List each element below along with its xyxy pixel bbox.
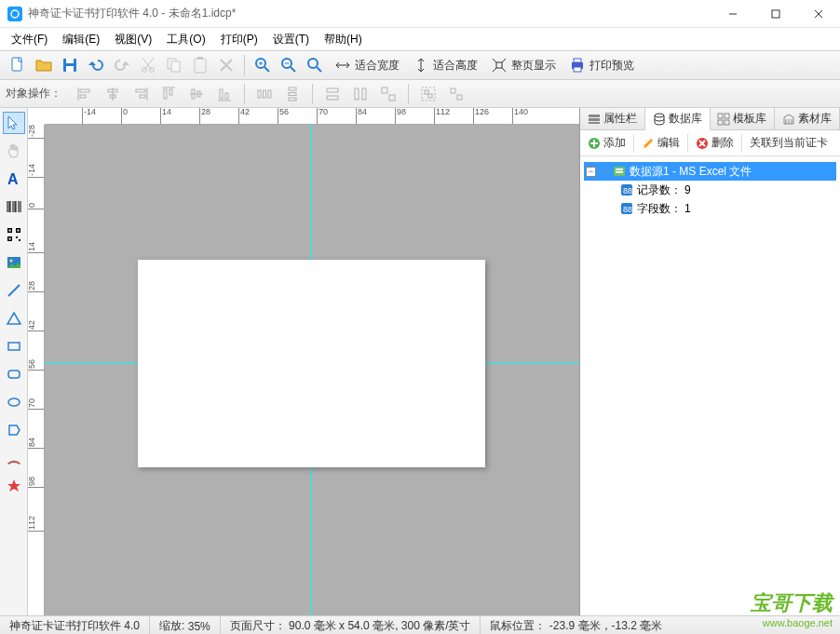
svg-rect-95 [718, 114, 723, 118]
svg-rect-5 [12, 58, 21, 71]
select-tool[interactable] [3, 112, 25, 134]
status-mouse: 鼠标位置： -23.9 毫米，-13.2 毫米 [481, 616, 671, 634]
menu-settings[interactable]: 设置(T) [265, 29, 317, 50]
svg-rect-49 [289, 88, 296, 90]
close-button[interactable] [797, 0, 840, 28]
svg-rect-13 [195, 59, 206, 73]
zoom-out-button[interactable] [277, 53, 301, 77]
ungroup-button[interactable] [444, 83, 468, 105]
svg-rect-14 [197, 57, 203, 60]
full-page-button[interactable]: 整页显示 [485, 53, 562, 77]
align-top-button[interactable] [156, 83, 181, 105]
svg-rect-92 [589, 118, 600, 121]
fields-label: 字段数： [637, 201, 682, 217]
svg-point-22 [308, 59, 318, 68]
rounded-rect-tool[interactable] [3, 363, 25, 385]
tree-fields-node[interactable]: 88 字段数：1 [584, 199, 836, 218]
print-preview-button[interactable]: 打印预览 [563, 53, 640, 77]
menu-print[interactable]: 打印(P) [213, 29, 265, 50]
svg-rect-39 [169, 89, 172, 95]
distribute-h-button[interactable] [252, 83, 277, 105]
undo-button[interactable] [84, 53, 108, 77]
svg-point-85 [8, 398, 20, 406]
ellipse-tool[interactable] [3, 391, 25, 413]
svg-rect-47 [264, 90, 266, 98]
svg-rect-38 [164, 89, 167, 99]
same-size-button[interactable] [376, 83, 400, 105]
fit-width-button[interactable]: 适合宽度 [329, 53, 405, 77]
ruler-horizontal[interactable]: -14014284256708498112126140 [45, 108, 579, 125]
main-toolbar: 适合宽度 适合高度 整页显示 打印预览 [0, 50, 840, 80]
svg-rect-56 [382, 88, 387, 93]
maximize-button[interactable] [754, 0, 797, 28]
collapse-icon[interactable]: − [586, 167, 596, 177]
ruler-vertical[interactable]: -28-14014284256708498112 [28, 125, 45, 615]
svg-rect-61 [451, 88, 455, 93]
triangle-tool[interactable] [3, 307, 25, 330]
panel-toolbar: 添加 编辑 删除 关联到当前证卡 [580, 130, 840, 156]
svg-rect-75 [16, 236, 18, 238]
svg-rect-93 [589, 122, 600, 124]
group-button[interactable] [416, 83, 440, 105]
arc-tool[interactable] [3, 447, 25, 469]
tab-database[interactable]: 数据库 [645, 108, 711, 130]
svg-rect-83 [8, 343, 20, 350]
page[interactable] [138, 260, 485, 467]
svg-rect-30 [80, 95, 86, 98]
redo-button[interactable] [110, 53, 134, 77]
tree-datasource-node[interactable]: − ⋯ 数据源1 - MS Excel 文件 [584, 162, 836, 181]
new-button[interactable] [6, 53, 30, 77]
same-width-button[interactable] [320, 83, 345, 105]
save-button[interactable] [58, 53, 82, 77]
menu-file[interactable]: 文件(F) [4, 29, 55, 50]
same-height-button[interactable] [348, 83, 373, 105]
svg-line-82 [8, 285, 20, 296]
align-right-button[interactable] [129, 83, 153, 105]
datasource-tree: − ⋯ 数据源1 - MS Excel 文件 88 记录数：9 88 字段数：1 [580, 156, 840, 223]
fit-height-button[interactable]: 适合高度 [407, 53, 483, 77]
rectangle-tool[interactable] [3, 335, 25, 357]
zoom-in-button[interactable] [251, 53, 275, 77]
align-center-h-button[interactable] [101, 83, 125, 105]
zoom-actual-button[interactable] [303, 53, 327, 77]
line-tool[interactable] [3, 279, 25, 302]
pan-tool[interactable] [3, 140, 25, 162]
fields-value: 1 [684, 202, 691, 215]
svg-rect-60 [428, 94, 432, 98]
distribute-v-button[interactable] [280, 83, 305, 105]
svg-line-16 [264, 67, 269, 72]
menu-help[interactable]: 帮助(H) [317, 29, 370, 50]
open-button[interactable] [32, 53, 56, 77]
align-middle-button[interactable] [184, 83, 209, 105]
link-card-button[interactable]: 关联到当前证卡 [742, 130, 835, 155]
svg-point-94 [655, 114, 664, 117]
canvas-viewport[interactable] [45, 125, 579, 615]
copy-button[interactable] [162, 53, 186, 77]
right-panel: 属性栏 数据库 模板库 素材库 添加 编辑 删除 关联到当前证卡 − ⋯ 数据源… [579, 108, 840, 615]
tab-materials[interactable]: 素材库 [775, 108, 840, 129]
image-tool[interactable] [3, 251, 25, 274]
edit-datasource-button[interactable]: 编辑 [634, 130, 687, 155]
status-app: 神奇证卡证书打印软件 4.0 [0, 616, 150, 634]
menu-tools[interactable]: 工具(O) [159, 29, 212, 50]
polygon-tool[interactable] [3, 419, 25, 441]
svg-rect-62 [457, 95, 462, 100]
barcode-tool[interactable] [3, 196, 25, 218]
menu-view[interactable]: 视图(V) [107, 29, 159, 50]
delete-button[interactable] [214, 53, 238, 77]
star-tool[interactable] [3, 475, 25, 497]
paste-button[interactable] [188, 53, 212, 77]
svg-line-20 [291, 67, 295, 72]
tab-properties[interactable]: 属性栏 [580, 108, 645, 129]
tab-templates[interactable]: 模板库 [711, 108, 776, 129]
text-tool[interactable]: A [3, 168, 25, 190]
tree-records-node[interactable]: 88 记录数：9 [584, 181, 836, 199]
menu-edit[interactable]: 编辑(E) [55, 29, 107, 50]
qrcode-tool[interactable] [3, 223, 25, 246]
align-bottom-button[interactable] [212, 83, 237, 105]
minimize-button[interactable] [711, 0, 754, 28]
align-left-button[interactable] [73, 83, 97, 105]
cut-button[interactable] [136, 53, 160, 77]
delete-datasource-button[interactable]: 删除 [688, 130, 741, 155]
add-datasource-button[interactable]: 添加 [580, 130, 633, 155]
